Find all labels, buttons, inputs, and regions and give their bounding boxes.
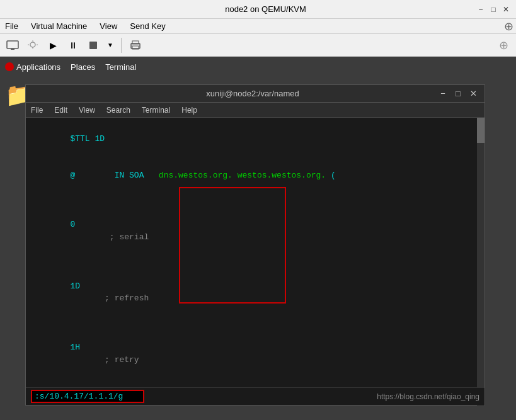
svg-rect-7 <box>89 42 97 49</box>
terminal-title: xuniji@node2:/var/named <box>69 89 437 98</box>
menu-virtual-machine[interactable]: Virtual Machine <box>28 20 89 32</box>
printer-icon <box>130 40 141 50</box>
toolbar-pause-btn[interactable]: ⏸ <box>64 37 82 54</box>
scrollbar-thumb[interactable] <box>477 118 484 143</box>
terminal-close-btn[interactable]: ✕ <box>467 88 479 100</box>
places-label: Places <box>71 62 95 72</box>
term-menu-view[interactable]: View <box>76 105 98 116</box>
terminal-titlebar: xuniji@node2:/var/named − □ ✕ <box>26 85 484 103</box>
terminal-scrollbar[interactable] <box>477 118 484 406</box>
svg-point-2 <box>30 42 35 47</box>
terminal-controls: − □ ✕ <box>437 88 479 100</box>
minimize-button[interactable]: − <box>476 4 486 14</box>
app-bar-terminal[interactable]: Terminal <box>105 62 136 72</box>
qemu-titlebar: node2 on QEMU/KVM − □ ✕ <box>0 0 516 19</box>
term-menu-terminal[interactable]: Terminal <box>139 105 173 116</box>
terminal-body: $TTL 1D @ IN SOA dns.westos.org. westos.… <box>26 118 484 389</box>
toolbar-separator <box>121 38 122 53</box>
code-ttl: $TTL 1D <box>31 120 479 157</box>
lightbulb-icon <box>28 40 38 50</box>
window-controls: − □ ✕ <box>476 4 511 14</box>
toolbar-stop-btn[interactable] <box>84 37 102 54</box>
term-menu-file[interactable]: File <box>28 105 45 116</box>
terminal-label: Terminal <box>105 62 136 72</box>
toolbar-dropdown-btn[interactable]: ▼ <box>105 37 116 54</box>
menu-send-key[interactable]: Send Key <box>127 20 168 32</box>
terminal-maximize-btn[interactable]: □ <box>452 88 464 100</box>
code-soa: @ IN SOA dns.westos.org. westos.westos.o… <box>31 157 479 195</box>
term-menu-search[interactable]: Search <box>104 105 133 116</box>
toolbar-extra-btn[interactable]: ⊕ <box>495 37 512 54</box>
vim-command-input[interactable] <box>31 390 144 403</box>
term-menu-help[interactable]: Help <box>179 105 200 116</box>
display-icon <box>6 40 19 50</box>
terminal-minimize-btn[interactable]: − <box>437 88 449 100</box>
qemu-menubar: File Virtual Machine View Send Key ⊕ <box>0 19 516 34</box>
menu-file[interactable]: File <box>3 20 21 32</box>
toolbar-light-btn[interactable] <box>24 37 42 54</box>
code-refresh: 1D ; refresh <box>31 256 479 317</box>
toolbar-play-btn[interactable]: ▶ <box>44 37 62 54</box>
window-title: node2 on QEMU/KVM <box>55 4 476 14</box>
qemu-extra-btn[interactable]: ⊕ <box>504 20 513 33</box>
app-bar-places[interactable]: Places <box>71 62 95 72</box>
stop-icon <box>89 41 98 50</box>
app-bar-applications[interactable]: Applications <box>5 62 60 72</box>
applications-label: Applications <box>16 62 60 72</box>
toolbar: ▶ ⏸ ▼ ⊕ <box>0 34 516 57</box>
menu-view[interactable]: View <box>97 20 120 32</box>
toolbar-print-btn[interactable] <box>127 37 144 54</box>
terminal-window: xuniji@node2:/var/named − □ ✕ File Edit … <box>25 84 485 406</box>
code-retry: 1H ; retry <box>31 317 479 378</box>
svg-rect-1 <box>11 48 14 50</box>
code-serial: 0 ; serial <box>31 194 479 256</box>
close-button[interactable]: ✕ <box>501 4 511 14</box>
redhat-icon <box>5 62 14 71</box>
terminal-menubar: File Edit View Search Terminal Help <box>26 103 484 118</box>
svg-rect-0 <box>7 41 18 48</box>
term-menu-edit[interactable]: Edit <box>52 105 70 116</box>
maximize-button[interactable]: □ <box>488 4 498 14</box>
main-content: 📁 第- xuniji@node2:/var/named − □ ✕ File … <box>0 77 516 420</box>
toolbar-display-btn[interactable] <box>4 37 21 54</box>
terminal-statusbar: https://blog.csdn.net/qiao_qing <box>26 387 484 405</box>
url-label: https://blog.csdn.net/qiao_qing <box>377 392 479 401</box>
app-bar: Applications Places Terminal <box>0 57 516 77</box>
